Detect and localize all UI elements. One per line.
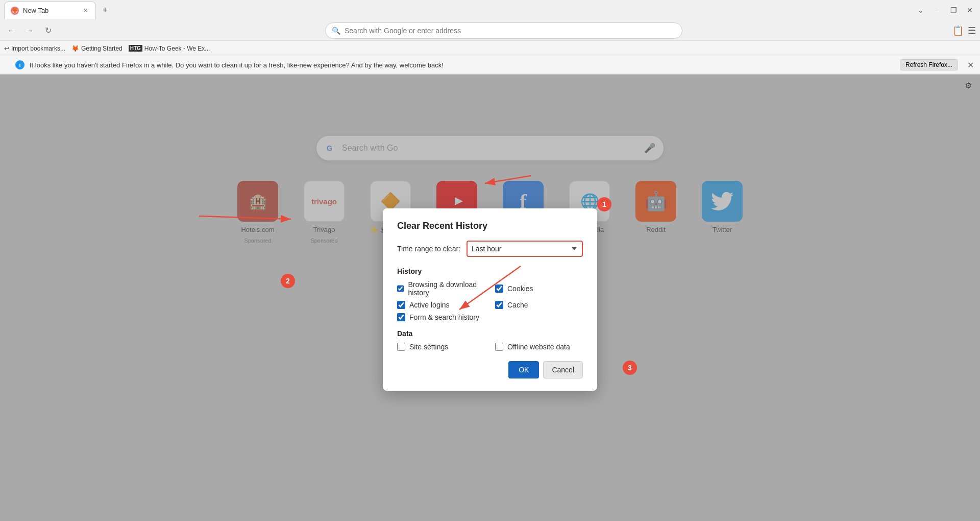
time-range-select[interactable]: Last hour Last two hours Last four hours… <box>467 241 583 257</box>
tab-label: New Tab <box>23 7 48 14</box>
forward-button[interactable]: → <box>22 23 37 38</box>
refresh-firefox-button[interactable]: Refresh Firefox... <box>900 59 958 70</box>
minimize-button[interactable]: – <box>931 4 943 16</box>
annotation-circle-1: 1 <box>597 197 611 211</box>
annotation-circle-3: 3 <box>623 361 637 375</box>
modal-overlay: Clear Recent History Time range to clear… <box>0 75 980 521</box>
browsing-history-label: Browsing & download history <box>408 280 485 297</box>
menu-icon[interactable]: ☰ <box>968 25 976 36</box>
annotation-3: 3 <box>623 361 637 375</box>
nav-right-icons: 📋 ☰ <box>952 25 976 36</box>
ok-button[interactable]: OK <box>508 361 539 378</box>
annotation-1: 1 <box>597 197 611 211</box>
bookmark-label: How-To Geek - We Ex... <box>144 45 210 52</box>
refresh-button[interactable]: ↻ <box>41 23 55 38</box>
active-logins-label: Active logins <box>409 301 450 309</box>
checkbox-cache[interactable]: Cache <box>495 301 583 309</box>
checkbox-site-settings[interactable]: Site settings <box>397 343 485 351</box>
bookmark-label: Import bookmarks... <box>11 45 65 52</box>
checkbox-offline-data[interactable]: Offline website data <box>495 343 583 351</box>
svg-line-5 <box>485 176 531 183</box>
bookmark-import[interactable]: ↩ Import bookmarks... <box>4 45 65 52</box>
tab-favicon: 🦊 <box>11 7 19 15</box>
cancel-button[interactable]: Cancel <box>543 361 583 378</box>
title-bar: 🦊 New Tab ✕ + ⌄ – ❐ ✕ <box>0 0 980 20</box>
active-tab[interactable]: 🦊 New Tab ✕ <box>4 2 96 19</box>
form-search-history-label: Form & search history <box>409 313 479 321</box>
bookmark-label: Getting Started <box>81 45 122 52</box>
offline-website-data-checkbox[interactable] <box>495 343 503 351</box>
notification-close-button[interactable]: ✕ <box>967 60 974 70</box>
site-settings-checkbox[interactable] <box>397 343 405 351</box>
firefox-favicon-icon: 🦊 <box>71 45 79 52</box>
cache-label: Cache <box>507 301 528 309</box>
tab-bar: 🦊 New Tab ✕ + <box>4 2 915 19</box>
dialog-buttons: OK Cancel <box>397 361 583 378</box>
checkbox-browsing-history[interactable]: Browsing & download history <box>397 280 485 297</box>
history-checkboxes: Browsing & download history Cookies Acti… <box>397 280 583 321</box>
page-content: ⚙ G Search with Go 🎤 🏨 Hotels.com Sponso… <box>0 75 980 521</box>
checkbox-cookies[interactable]: Cookies <box>495 280 583 297</box>
pocket-icon[interactable]: 📋 <box>952 25 964 36</box>
browsing-history-checkbox[interactable] <box>397 285 404 293</box>
browser-chrome: 🦊 New Tab ✕ + ⌄ – ❐ ✕ ← → ↻ 🔍 Search wit… <box>0 0 980 75</box>
back-button[interactable]: ← <box>4 23 18 38</box>
active-logins-checkbox[interactable] <box>397 301 405 309</box>
time-range-label: Time range to clear: <box>397 245 460 253</box>
tab-close-button[interactable]: ✕ <box>81 7 89 15</box>
bookmarks-bar: ↩ Import bookmarks... 🦊 Getting Started … <box>0 41 980 56</box>
import-icon: ↩ <box>4 45 9 52</box>
notification-text: It looks like you haven't started Firefo… <box>30 61 444 69</box>
dialog-title: Clear Recent History <box>397 221 583 231</box>
bookmark-how-to-geek[interactable]: HTG How-To Geek - We Ex... <box>129 45 210 52</box>
history-section-title: History <box>397 267 583 275</box>
notification-bar: i It looks like you haven't started Fire… <box>0 56 980 74</box>
chevron-down-icon[interactable]: ⌄ <box>915 4 927 16</box>
htg-favicon-icon: HTG <box>129 45 142 52</box>
bookmark-getting-started[interactable]: 🦊 Getting Started <box>71 45 122 52</box>
checkbox-active-logins[interactable]: Active logins <box>397 301 485 309</box>
checkbox-form-search-history[interactable]: Form & search history <box>397 313 485 321</box>
site-settings-label: Site settings <box>409 343 448 351</box>
new-tab-button[interactable]: + <box>98 3 112 17</box>
info-icon: i <box>15 60 24 69</box>
data-checkboxes: Site settings Offline website data <box>397 343 583 351</box>
restore-button[interactable]: ❐ <box>947 4 960 16</box>
nav-bar: ← → ↻ 🔍 Search with Google or enter addr… <box>0 20 980 41</box>
offline-website-data-label: Offline website data <box>507 343 570 351</box>
close-button[interactable]: ✕ <box>964 4 976 16</box>
clear-history-dialog: Clear Recent History Time range to clear… <box>383 208 597 391</box>
annotation-2: 2 <box>281 274 295 288</box>
cookies-label: Cookies <box>507 285 533 293</box>
svg-line-6 <box>199 216 291 219</box>
annotation-circle-2: 2 <box>281 274 295 288</box>
cache-checkbox[interactable] <box>495 301 503 309</box>
address-text: Search with Google or enter address <box>345 27 461 35</box>
search-icon: 🔍 <box>332 27 340 35</box>
data-section-title: Data <box>397 329 583 338</box>
cookies-checkbox[interactable] <box>495 285 503 293</box>
form-search-history-checkbox[interactable] <box>397 313 405 321</box>
window-controls: ⌄ – ❐ ✕ <box>915 4 976 16</box>
time-range-row: Time range to clear: Last hour Last two … <box>397 241 583 257</box>
address-bar[interactable]: 🔍 Search with Google or enter address <box>325 22 682 39</box>
